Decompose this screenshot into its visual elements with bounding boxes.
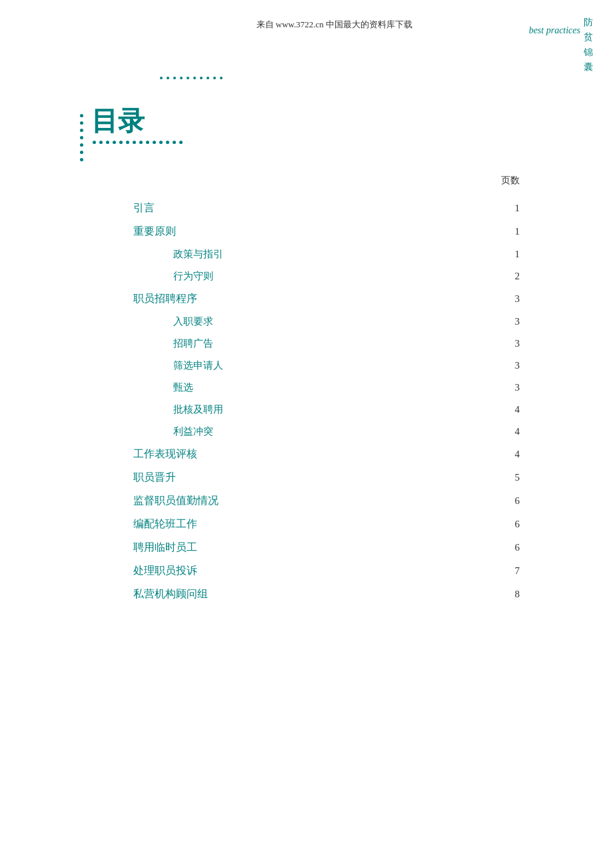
toc-row-jiandu: 监督职员值勤情况 6 (133, 489, 520, 513)
toc-title: 目录 (91, 106, 183, 135)
title-dots-row (93, 141, 183, 144)
left-bullets (80, 106, 91, 161)
left-dot-6 (80, 151, 83, 154)
toc-entry-10: 利益冲突 (133, 425, 213, 438)
best-practices-text: best practices (529, 12, 580, 36)
title-section: 目录 (91, 106, 183, 144)
left-dot-7 (80, 158, 83, 161)
toc-header-section: 目录 (80, 106, 560, 161)
char-2: 贫 (584, 30, 593, 45)
title-dot-3 (106, 141, 109, 144)
title-dot-13 (173, 141, 176, 144)
toc-page-17: 8 (515, 589, 520, 600)
toc-page-13: 6 (515, 495, 520, 507)
title-dot-11 (159, 141, 163, 144)
toc-entry-3: 行为守则 (133, 270, 213, 283)
char-4: 囊 (584, 60, 593, 75)
toc-page-11: 4 (515, 449, 520, 460)
toc-entry-17: 私营机构顾问组 (133, 587, 208, 601)
header-source: 来自 www.3722.cn 中国最大的资料库下载 (140, 12, 529, 31)
toc-row-liyi: 利益冲突 4 (133, 421, 520, 443)
toc-page-4: 3 (515, 293, 520, 305)
left-dot-3 (80, 129, 83, 132)
title-dot-6 (126, 141, 129, 144)
left-dot-5 (80, 143, 83, 147)
toc-row-zhongyao: 重要原则 1 (133, 220, 520, 243)
toc-page-6: 3 (515, 338, 520, 349)
left-dot-1 (80, 114, 83, 117)
toc-page-5: 3 (515, 316, 520, 327)
toc-page-3: 2 (515, 271, 520, 282)
toc-entry-0: 引言 (133, 201, 155, 215)
toc-row-tousu: 处理职员投诉 7 (133, 559, 520, 583)
page-num-header: 页数 (80, 175, 560, 187)
title-dot-9 (146, 141, 149, 144)
toc-row-pihe: 批核及聘用 4 (133, 399, 520, 421)
toc-row-guanggao: 招聘广告 3 (133, 333, 520, 355)
toc-entry-6: 招聘广告 (133, 337, 213, 350)
header-bar: 来自 www.3722.cn 中国最大的资料库下载 best practices… (0, 0, 613, 75)
toc-entry-4: 职员招聘程序 (133, 292, 197, 306)
toc-page-10: 4 (515, 426, 520, 437)
toc-row-siyingguwen: 私营机构顾问组 8 (133, 583, 520, 606)
toc-row-lunban: 编配轮班工作 6 (133, 513, 520, 536)
toc-page-15: 6 (515, 542, 520, 553)
toc-page-2: 1 (515, 249, 520, 260)
toc-row-zhenxuan: 甄选 3 (133, 377, 520, 399)
header-right: best practices 防 贫 锦 囊 (529, 12, 593, 75)
toc-row-xingwei: 行为守则 2 (133, 265, 520, 287)
toc-entry-15: 聘用临时员工 (133, 541, 197, 555)
char-1: 防 (584, 15, 593, 30)
main-content: 目录 (0, 79, 613, 633)
title-dot-5 (119, 141, 123, 144)
toc-page-0: 1 (515, 203, 520, 214)
title-dot-4 (113, 141, 116, 144)
toc-entry-1: 重要原则 (133, 225, 176, 239)
char-3: 锦 (584, 45, 593, 60)
page-container: 来自 www.3722.cn 中国最大的资料库下载 best practices… (0, 0, 613, 868)
toc-row-zhaopin: 职员招聘程序 3 (133, 287, 520, 311)
toc-entry-7: 筛选申请人 (133, 359, 223, 372)
toc-page-14: 6 (515, 519, 520, 530)
toc-row-zhengce: 政策与指引 1 (133, 243, 520, 265)
right-sidebar-text: 防 贫 锦 囊 (584, 12, 593, 75)
toc-entry-12: 职员晋升 (133, 471, 176, 485)
title-dot-14 (179, 141, 183, 144)
toc-page-16: 7 (515, 565, 520, 577)
toc-entry-9: 批核及聘用 (133, 403, 223, 416)
left-dot-2 (80, 121, 83, 125)
toc-page-9: 4 (515, 404, 520, 415)
title-dot-10 (153, 141, 156, 144)
toc-row-yiyan: 引言 1 (133, 197, 520, 220)
toc-entry-8: 甄选 (133, 381, 193, 394)
toc-entry-13: 监督职员值勤情况 (133, 494, 219, 508)
toc-entry-14: 编配轮班工作 (133, 517, 197, 531)
toc-entry-16: 处理职员投诉 (133, 564, 197, 578)
toc-row-shaixuan: 筛选申请人 3 (133, 355, 520, 377)
page-num-label: 页数 (501, 175, 520, 187)
toc-entry-5: 入职要求 (133, 315, 213, 328)
toc-entries: 引言 1 重要原则 1 政策与指引 1 行为守则 (80, 197, 560, 606)
title-dot-12 (166, 141, 169, 144)
toc-entry-2: 政策与指引 (133, 248, 223, 261)
toc-entry-11: 工作表现评核 (133, 447, 197, 461)
title-dot-1 (93, 141, 96, 144)
title-dot-7 (133, 141, 136, 144)
toc-row-ruzhi: 入职要求 3 (133, 311, 520, 333)
toc-page-1: 1 (515, 226, 520, 237)
toc-row-gongzuo: 工作表现评核 4 (133, 443, 520, 466)
toc-page-8: 3 (515, 382, 520, 393)
toc-page-12: 5 (515, 472, 520, 483)
left-dot-4 (80, 136, 83, 139)
toc-row-jinsheng: 职员晋升 5 (133, 466, 520, 489)
title-dot-2 (99, 141, 103, 144)
title-dot-8 (139, 141, 143, 144)
toc-page-7: 3 (515, 360, 520, 371)
toc-row-linshi: 聘用临时员工 6 (133, 536, 520, 559)
